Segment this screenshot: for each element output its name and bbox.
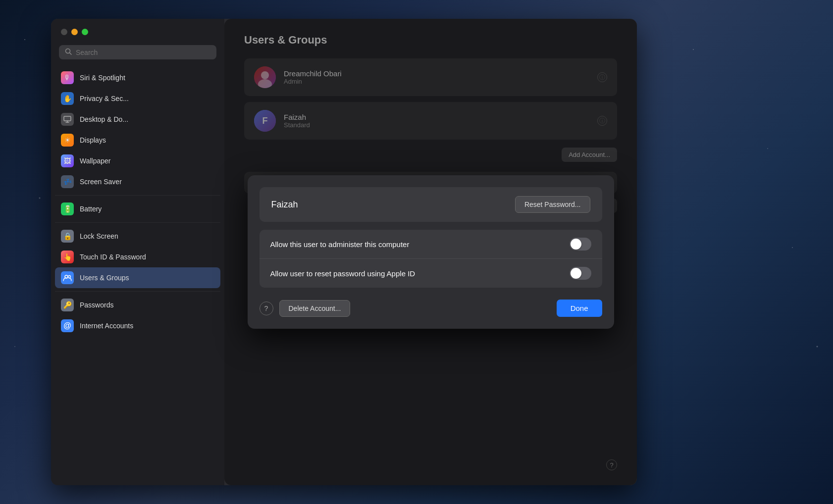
sidebar-item-wallpaper[interactable]: 🖼 Wallpaper bbox=[55, 151, 220, 171]
window-controls bbox=[51, 29, 224, 45]
sidebar-item-label: Touch ID & Password bbox=[80, 253, 146, 261]
close-button[interactable] bbox=[61, 29, 67, 35]
sidebar-divider-3 bbox=[55, 291, 220, 292]
sidebar-item-label: Privacy & Sec... bbox=[80, 95, 129, 102]
sidebar-item-siri[interactable]: 🎙 Siri & Spotlight bbox=[55, 67, 220, 88]
search-icon bbox=[65, 48, 72, 56]
sidebar-item-displays[interactable]: ☀ Displays bbox=[55, 130, 220, 151]
displays-icon: ☀ bbox=[61, 134, 74, 147]
modal-option-row-2: Allow user to reset password using Apple… bbox=[260, 259, 602, 288]
modal-footer: ? Delete Account... Done bbox=[260, 296, 602, 317]
svg-line-1 bbox=[70, 53, 72, 55]
sidebar-item-label: Passwords bbox=[80, 301, 113, 309]
sidebar-item-label: Siri & Spotlight bbox=[80, 74, 125, 82]
sidebar-item-label: Internet Accounts bbox=[80, 322, 133, 330]
sidebar-item-users[interactable]: Users & Groups bbox=[55, 267, 220, 288]
desktop-icon bbox=[61, 113, 74, 126]
modal-option-row-1: Allow this user to administer this compu… bbox=[260, 230, 602, 259]
modal-dialog: Faizah Reset Password... Allow this user… bbox=[248, 175, 614, 329]
siri-icon: 🎙 bbox=[61, 71, 74, 84]
sidebar-item-screensaver[interactable]: 💤 Screen Saver bbox=[55, 171, 220, 192]
sidebar-item-passwords[interactable]: 🔑 Passwords bbox=[55, 295, 220, 315]
modal-header: Faizah Reset Password... bbox=[260, 187, 602, 222]
sidebar-item-lockscreen[interactable]: 🔒 Lock Screen bbox=[55, 226, 220, 247]
search-box[interactable] bbox=[59, 45, 216, 59]
done-button[interactable]: Done bbox=[557, 300, 602, 317]
sidebar-item-desktop[interactable]: Desktop & Do... bbox=[55, 109, 220, 130]
svg-rect-2 bbox=[64, 116, 71, 121]
modal-overlay: Faizah Reset Password... Allow this user… bbox=[224, 19, 637, 485]
wallpaper-icon: 🖼 bbox=[61, 154, 74, 167]
maximize-button[interactable] bbox=[82, 29, 88, 35]
sidebar-item-label: Battery bbox=[80, 205, 102, 213]
sidebar-item-label: Desktop & Do... bbox=[80, 115, 128, 123]
modal-options: Allow this user to administer this compu… bbox=[260, 230, 602, 288]
sidebar-item-label: Users & Groups bbox=[80, 274, 129, 282]
search-input[interactable] bbox=[76, 49, 210, 56]
sidebar-item-privacy[interactable]: ✋ Privacy & Sec... bbox=[55, 88, 220, 109]
minimize-button[interactable] bbox=[71, 29, 78, 35]
main-content: Users & Groups Dreamchild Obari bbox=[224, 19, 637, 485]
modal-username: Faizah bbox=[271, 200, 298, 210]
main-window: 🎙 Siri & Spotlight ✋ Privacy & Sec... De… bbox=[51, 19, 637, 485]
sidebar-item-internet[interactable]: @ Internet Accounts bbox=[55, 315, 220, 336]
option2-toggle[interactable] bbox=[570, 267, 591, 280]
option1-toggle[interactable] bbox=[570, 238, 591, 251]
modal-footer-left: ? Delete Account... bbox=[260, 300, 351, 317]
sidebar-divider-2 bbox=[55, 222, 220, 223]
passwords-icon: 🔑 bbox=[61, 299, 74, 311]
touchid-icon: 👆 bbox=[61, 251, 74, 263]
internet-icon: @ bbox=[61, 319, 74, 332]
option2-label: Allow user to reset password using Apple… bbox=[270, 269, 416, 278]
sidebar-item-battery[interactable]: 🔋 Battery bbox=[55, 199, 220, 219]
sidebar-item-label: Lock Screen bbox=[80, 232, 118, 240]
reset-password-button[interactable]: Reset Password... bbox=[515, 196, 590, 213]
svg-point-6 bbox=[68, 276, 71, 278]
sidebar-divider bbox=[55, 195, 220, 196]
sidebar: 🎙 Siri & Spotlight ✋ Privacy & Sec... De… bbox=[51, 19, 224, 485]
battery-icon: 🔋 bbox=[61, 202, 74, 215]
users-icon bbox=[61, 271, 74, 284]
privacy-icon: ✋ bbox=[61, 92, 74, 105]
modal-help-button[interactable]: ? bbox=[260, 302, 273, 315]
screensaver-icon: 💤 bbox=[61, 175, 74, 188]
sidebar-item-label: Displays bbox=[80, 136, 106, 144]
sidebar-items: 🎙 Siri & Spotlight ✋ Privacy & Sec... De… bbox=[51, 67, 224, 485]
sidebar-item-label: Wallpaper bbox=[80, 157, 111, 165]
option1-label: Allow this user to administer this compu… bbox=[270, 240, 410, 249]
lockscreen-icon: 🔒 bbox=[61, 230, 74, 243]
delete-account-button[interactable]: Delete Account... bbox=[279, 300, 351, 317]
sidebar-item-touchid[interactable]: 👆 Touch ID & Password bbox=[55, 247, 220, 267]
sidebar-item-label: Screen Saver bbox=[80, 178, 122, 186]
